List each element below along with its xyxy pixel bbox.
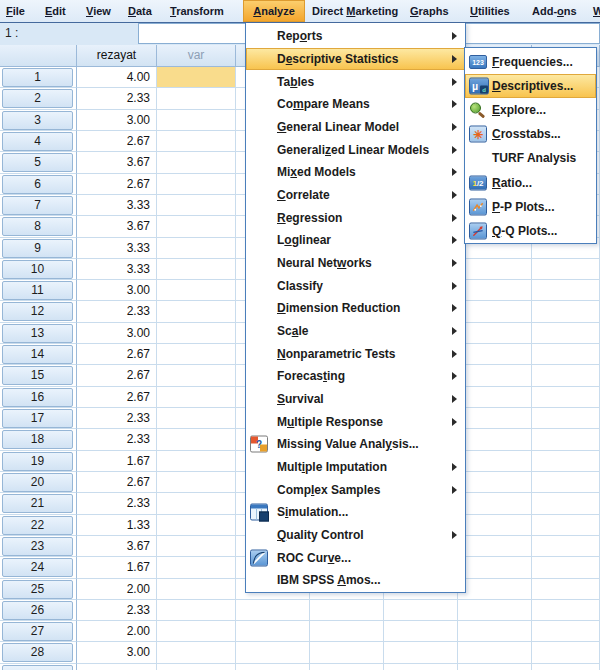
- column-header-rezayat[interactable]: rezayat: [77, 45, 157, 67]
- cell-rezayat-row25[interactable]: 2.00: [77, 579, 157, 600]
- row-header-3[interactable]: 3: [2, 111, 73, 130]
- cell-empty[interactable]: [236, 600, 310, 621]
- submenu-item-turf-analysis[interactable]: TURF Analysis: [465, 146, 596, 170]
- cell-var-row4[interactable]: [157, 131, 236, 152]
- cell-var-row9[interactable]: [157, 238, 236, 259]
- analyze-menu-item-tables[interactable]: Tables: [246, 70, 465, 93]
- analyze-menu-item-general-linear-model[interactable]: General Linear Model: [246, 116, 465, 139]
- analyze-menu-item-scale[interactable]: Scale: [246, 320, 465, 343]
- analyze-menu-item-ibm-spss-amos[interactable]: IBM SPSS Amos...: [246, 569, 465, 592]
- menu-transform[interactable]: Transform: [170, 0, 224, 22]
- row-header-15[interactable]: 15: [2, 366, 73, 385]
- cell-rezayat-row28[interactable]: 3.00: [77, 642, 157, 663]
- cell-rezayat-row14[interactable]: 2.67: [77, 344, 157, 365]
- cell-empty[interactable]: [532, 642, 600, 663]
- cell-empty[interactable]: [458, 429, 532, 450]
- cell-rezayat-row22[interactable]: 1.33: [77, 515, 157, 536]
- cell-empty[interactable]: [532, 600, 600, 621]
- row-header-9[interactable]: 9: [2, 239, 73, 258]
- cell-empty[interactable]: [532, 259, 600, 280]
- cell-var-row16[interactable]: [157, 387, 236, 408]
- cell-rezayat-row24[interactable]: 1.67: [77, 557, 157, 578]
- cell-rezayat-row1[interactable]: 4.00: [77, 67, 157, 88]
- analyze-menu-item-dimension-reduction[interactable]: Dimension Reduction: [246, 297, 465, 320]
- cell-rezayat-row20[interactable]: 2.67: [77, 472, 157, 493]
- row-header-21[interactable]: 21: [2, 494, 73, 513]
- analyze-menu-item-survival[interactable]: Survival: [246, 388, 465, 411]
- submenu-item-p-p-plots[interactable]: P-P Plots...: [465, 195, 596, 219]
- cell-rezayat-row8[interactable]: 3.67: [77, 216, 157, 237]
- cell-empty[interactable]: [310, 600, 384, 621]
- cell-empty[interactable]: [458, 536, 532, 557]
- analyze-menu-item-multiple-response[interactable]: Multiple Response: [246, 410, 465, 433]
- cell-empty[interactable]: [458, 493, 532, 514]
- cell-empty[interactable]: [532, 451, 600, 472]
- cell-empty[interactable]: [458, 557, 532, 578]
- cell-rezayat-row23[interactable]: 3.67: [77, 536, 157, 557]
- cell-empty[interactable]: [384, 621, 458, 642]
- cell-var-row28[interactable]: [157, 642, 236, 663]
- cell-var-row2[interactable]: [157, 88, 236, 109]
- cell-empty[interactable]: [458, 600, 532, 621]
- cell-rezayat-row6[interactable]: 2.67: [77, 174, 157, 195]
- analyze-menu-item-roc-curve[interactable]: ROC Curve...: [246, 546, 465, 569]
- analyze-menu-item-reports[interactable]: Reports: [246, 25, 465, 48]
- menu-file[interactable]: File: [6, 0, 25, 22]
- cell-var-row26[interactable]: [157, 600, 236, 621]
- cell-empty[interactable]: [458, 344, 532, 365]
- cell-rezayat-row26[interactable]: 2.33: [77, 600, 157, 621]
- submenu-item-crosstabs[interactable]: ✳Crosstabs...: [465, 122, 596, 146]
- cell-var-row5[interactable]: [157, 152, 236, 173]
- cell-var-row17[interactable]: [157, 408, 236, 429]
- cell-rezayat-row27[interactable]: 2.00: [77, 621, 157, 642]
- cell-empty[interactable]: [384, 642, 458, 663]
- row-header-22[interactable]: 22: [2, 516, 73, 535]
- cell-empty[interactable]: [310, 664, 384, 670]
- cell-var-row1[interactable]: [157, 67, 236, 88]
- cell-empty[interactable]: [384, 600, 458, 621]
- cell-rezayat-row19[interactable]: 1.67: [77, 451, 157, 472]
- submenu-item-ratio[interactable]: 1/2Ratio...: [465, 170, 596, 194]
- row-header-1[interactable]: 1: [2, 68, 73, 87]
- cell-empty[interactable]: [532, 301, 600, 322]
- cell-empty[interactable]: [458, 621, 532, 642]
- cell-var-row29[interactable]: [157, 664, 236, 670]
- cell-empty[interactable]: [532, 344, 600, 365]
- row-header-12[interactable]: 12: [2, 302, 73, 321]
- cell-rezayat-row3[interactable]: 3.00: [77, 110, 157, 131]
- cell-empty[interactable]: [532, 429, 600, 450]
- row-header-23[interactable]: 23: [2, 537, 73, 556]
- menu-add-ons[interactable]: Add-ons: [532, 0, 577, 22]
- cell-var-row12[interactable]: [157, 301, 236, 322]
- row-header-19[interactable]: 19: [2, 452, 73, 471]
- cell-rezayat-row5[interactable]: 3.67: [77, 152, 157, 173]
- row-header-25[interactable]: 25: [2, 580, 73, 599]
- column-header-var[interactable]: var: [157, 45, 236, 67]
- analyze-menu-item-descriptive-statistics[interactable]: Descriptive Statistics: [246, 48, 465, 71]
- submenu-item-frequencies[interactable]: 123Frequencies...: [465, 50, 596, 74]
- cell-empty[interactable]: [458, 515, 532, 536]
- row-header-4[interactable]: 4: [2, 132, 73, 151]
- cell-var-row13[interactable]: [157, 323, 236, 344]
- cell-empty[interactable]: [532, 536, 600, 557]
- analyze-menu-item-complex-samples[interactable]: Complex Samples: [246, 478, 465, 501]
- cell-var-row6[interactable]: [157, 174, 236, 195]
- cell-empty[interactable]: [532, 493, 600, 514]
- menu-data[interactable]: Data: [128, 0, 152, 22]
- cell-var-row24[interactable]: [157, 557, 236, 578]
- cell-rezayat-row17[interactable]: 2.33: [77, 408, 157, 429]
- cell-empty[interactable]: [236, 621, 310, 642]
- analyze-menu-item-neural-networks[interactable]: Neural Networks: [246, 252, 465, 275]
- row-header-11[interactable]: 11: [2, 281, 73, 300]
- menu-edit[interactable]: Edit: [45, 0, 66, 22]
- analyze-menu-item-correlate[interactable]: Correlate: [246, 184, 465, 207]
- analyze-menu-item-multiple-imputation[interactable]: Multiple Imputation: [246, 456, 465, 479]
- cell-empty[interactable]: [532, 664, 600, 670]
- menu-graphs[interactable]: Graphs: [410, 0, 449, 22]
- cell-rezayat-row12[interactable]: 2.33: [77, 301, 157, 322]
- row-header-2[interactable]: 2: [2, 89, 73, 108]
- cell-var-row15[interactable]: [157, 365, 236, 386]
- analyze-menu-item-mixed-models[interactable]: Mixed Models: [246, 161, 465, 184]
- cell-var-row14[interactable]: [157, 344, 236, 365]
- cell-var-row19[interactable]: [157, 451, 236, 472]
